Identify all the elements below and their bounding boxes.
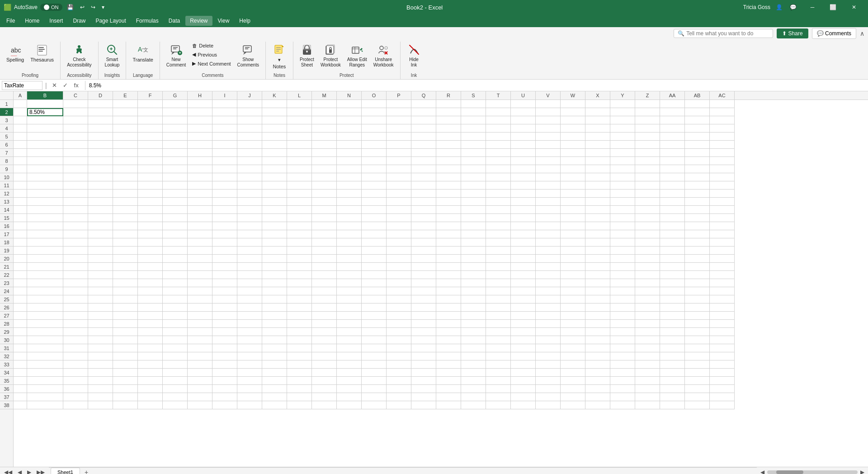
cell-j35[interactable] — [237, 377, 262, 385]
cell-a8[interactable] — [14, 157, 27, 165]
cell-q15[interactable] — [411, 214, 436, 222]
row-num-26[interactable]: 26 — [0, 303, 13, 312]
cell-u5[interactable] — [511, 133, 536, 141]
col-header-j[interactable]: J — [237, 91, 262, 100]
menu-item-home[interactable]: Home — [20, 16, 44, 26]
cell-v31[interactable] — [536, 344, 561, 352]
cell-i38[interactable] — [212, 401, 237, 409]
cell-u29[interactable] — [511, 328, 536, 336]
cell-u3[interactable] — [511, 116, 536, 124]
cell-k34[interactable] — [262, 369, 287, 377]
row-num-11[interactable]: 11 — [0, 181, 13, 190]
cell-r14[interactable] — [436, 206, 461, 214]
cell-r38[interactable] — [436, 401, 461, 409]
cell-t4[interactable] — [486, 124, 511, 133]
cell-o8[interactable] — [362, 157, 387, 165]
cell-v4[interactable] — [536, 124, 561, 133]
cell-f21[interactable] — [138, 263, 163, 271]
cell-h29[interactable] — [188, 328, 212, 336]
cell-q2[interactable] — [411, 108, 436, 116]
cell-p29[interactable] — [387, 328, 411, 336]
cell-ab35[interactable] — [685, 377, 710, 385]
cell-k11[interactable] — [262, 181, 287, 190]
cell-m24[interactable] — [312, 287, 337, 295]
cell-m17[interactable] — [312, 230, 337, 238]
cell-e9[interactable] — [113, 165, 138, 173]
cell-ab5[interactable] — [685, 133, 710, 141]
cell-m30[interactable] — [312, 336, 337, 344]
cell-c2[interactable] — [63, 108, 88, 116]
cell-ab32[interactable] — [685, 352, 710, 360]
cell-v17[interactable] — [536, 230, 561, 238]
cell-d34[interactable] — [88, 369, 113, 377]
cell-h33[interactable] — [188, 360, 212, 369]
row-num-8[interactable]: 8 — [0, 157, 13, 165]
cell-k31[interactable] — [262, 344, 287, 352]
cell-n15[interactable] — [337, 214, 362, 222]
cell-e3[interactable] — [113, 116, 138, 124]
cell-s25[interactable] — [461, 295, 486, 303]
cell-l3[interactable] — [287, 116, 312, 124]
cell-q26[interactable] — [411, 303, 436, 312]
cell-f6[interactable] — [138, 141, 163, 149]
cell-o12[interactable] — [362, 190, 387, 198]
col-header-l[interactable]: L — [287, 91, 312, 100]
cell-y3[interactable] — [610, 116, 635, 124]
cell-m14[interactable] — [312, 206, 337, 214]
cell-k15[interactable] — [262, 214, 287, 222]
cell-l18[interactable] — [287, 238, 312, 246]
cell-p14[interactable] — [387, 206, 411, 214]
cell-v33[interactable] — [536, 360, 561, 369]
cell-ac28[interactable] — [710, 320, 735, 328]
col-header-i[interactable]: I — [212, 91, 237, 100]
cell-y38[interactable] — [610, 401, 635, 409]
cell-r11[interactable] — [436, 181, 461, 190]
cell-j19[interactable] — [237, 246, 262, 255]
cell-i20[interactable] — [212, 255, 237, 263]
cell-w25[interactable] — [561, 295, 585, 303]
close-button[interactable]: ✕ — [844, 0, 864, 14]
cell-m1[interactable] — [312, 100, 337, 108]
cell-g19[interactable] — [163, 246, 188, 255]
cell-f12[interactable] — [138, 190, 163, 198]
cell-z37[interactable] — [635, 393, 660, 401]
cell-j7[interactable] — [237, 149, 262, 157]
cell-n25[interactable] — [337, 295, 362, 303]
cell-c11[interactable] — [63, 181, 88, 190]
cell-ab14[interactable] — [685, 206, 710, 214]
cell-w16[interactable] — [561, 222, 585, 230]
cell-e22[interactable] — [113, 271, 138, 279]
cell-i18[interactable] — [212, 238, 237, 246]
col-header-d[interactable]: D — [88, 91, 113, 100]
cell-t32[interactable] — [486, 352, 511, 360]
cell-j33[interactable] — [237, 360, 262, 369]
cell-n11[interactable] — [337, 181, 362, 190]
insert-function-button[interactable]: fx — [71, 81, 81, 90]
cell-y25[interactable] — [610, 295, 635, 303]
cell-t34[interactable] — [486, 369, 511, 377]
cell-m25[interactable] — [312, 295, 337, 303]
cell-n6[interactable] — [337, 141, 362, 149]
cell-ab17[interactable] — [685, 230, 710, 238]
cell-i12[interactable] — [212, 190, 237, 198]
cell-v38[interactable] — [536, 401, 561, 409]
cell-v37[interactable] — [536, 393, 561, 401]
cell-n24[interactable] — [337, 287, 362, 295]
cell-l25[interactable] — [287, 295, 312, 303]
cell-h27[interactable] — [188, 312, 212, 320]
cell-aa9[interactable] — [660, 165, 685, 173]
cell-l35[interactable] — [287, 377, 312, 385]
cell-p11[interactable] — [387, 181, 411, 190]
cell-w15[interactable] — [561, 214, 585, 222]
cell-n4[interactable] — [337, 124, 362, 133]
cell-m29[interactable] — [312, 328, 337, 336]
cell-j10[interactable] — [237, 173, 262, 181]
cell-c24[interactable] — [63, 287, 88, 295]
cell-a22[interactable] — [14, 271, 27, 279]
cell-i24[interactable] — [212, 287, 237, 295]
cell-q11[interactable] — [411, 181, 436, 190]
cell-d8[interactable] — [88, 157, 113, 165]
cell-u10[interactable] — [511, 173, 536, 181]
cell-a3[interactable] — [14, 116, 27, 124]
cell-z2[interactable] — [635, 108, 660, 116]
